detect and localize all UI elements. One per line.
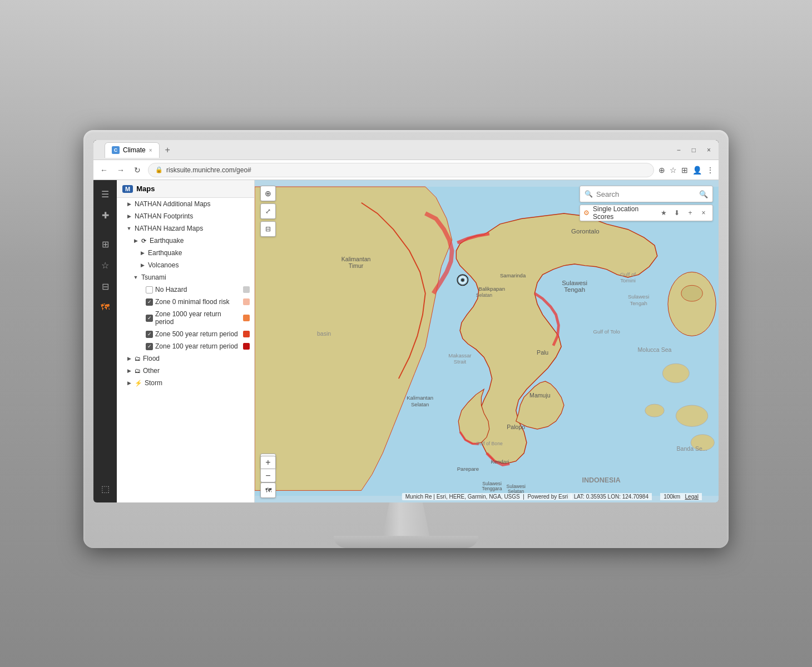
sidebar-item-storm[interactable]: ▶ ⚡ Storm	[117, 377, 254, 389]
tab-close-button[interactable]: ×	[149, 147, 152, 153]
sidebar-item-earthquake-group[interactable]: ▶ ⟳ Earthquake	[117, 235, 254, 247]
back-button[interactable]: ←	[98, 166, 110, 175]
sidebar-item-hazard-maps[interactable]: ▼ NATHAN Hazard Maps	[117, 222, 254, 235]
zoom-out-button[interactable]: −	[260, 469, 276, 482]
ls-add-button[interactable]: +	[685, 207, 696, 218]
svg-text:Tenggara: Tenggara	[482, 486, 502, 491]
svg-text:Makassar: Makassar	[448, 352, 472, 359]
menu-icon[interactable]: ⋮	[706, 166, 714, 175]
search-box[interactable]: 🔍 🔍	[580, 186, 713, 202]
sidebar-item-footprints[interactable]: ▶ NATHAN Footprints	[117, 210, 254, 222]
zone0-label: Zone 0 minimal flood risk	[155, 298, 241, 306]
sidebar-item-zone1000[interactable]: ✓ Zone 1000 year return period	[117, 308, 254, 328]
close-button[interactable]: ×	[704, 145, 714, 155]
additional-maps-label: NATHAN Additional Maps	[135, 200, 250, 208]
sidebar-item-tsunami[interactable]: ▼ Tsunami	[117, 271, 254, 283]
earthquake-label: Earthquake	[148, 249, 250, 257]
no-hazard-checkbox[interactable]	[146, 286, 153, 293]
tab-strip: C Climate × +	[105, 142, 674, 158]
collapse-arrow: ▶	[126, 201, 132, 207]
svg-text:Palopo: Palopo	[507, 424, 525, 430]
nav-icon-grid[interactable]: ⊟	[96, 277, 115, 296]
zone1000-color	[243, 315, 250, 321]
svg-text:Samarinda: Samarinda	[500, 272, 526, 278]
earthquake-icon: ⟳	[141, 237, 146, 245]
map-area[interactable]: Kalimantan Timur Kalimantan Selatan basi…	[255, 180, 719, 502]
sidebar-item-volcanoes[interactable]: ▶ Volcanoes	[117, 259, 254, 271]
map-icon: 🗺	[101, 302, 110, 312]
extent-button[interactable]: ⤢	[260, 203, 276, 219]
sidebar-item-earthquake[interactable]: ▶ Earthquake	[117, 247, 254, 259]
sidebar-header: M Maps	[117, 180, 254, 198]
collapse-arrow: ▼	[126, 226, 132, 231]
ls-download-button[interactable]: ⬇	[671, 207, 682, 218]
sidebar-item-zone0[interactable]: ✓ Zone 0 minimal flood risk	[117, 296, 254, 308]
zone0-checkbox[interactable]: ✓	[146, 298, 153, 306]
basemap-button[interactable]: 🗺	[260, 482, 276, 498]
app-layout: ☰ ✚ ⊞ ☆ ⊟	[93, 180, 719, 502]
new-tab-button[interactable]: +	[162, 144, 174, 156]
svg-text:Palu: Palu	[537, 349, 548, 356]
attribution-text: Munich Re | Esri, HERE, Garmin, NGA, USG…	[405, 494, 520, 500]
ls-star-button[interactable]: ★	[658, 207, 669, 218]
refresh-button[interactable]: ↻	[131, 166, 143, 175]
collapse-arrow: ▶	[126, 380, 132, 386]
sidebar-item-no-hazard[interactable]: No Hazard	[117, 283, 254, 296]
left-nav: ☰ ✚ ⊞ ☆ ⊟	[93, 180, 117, 502]
svg-text:Strait: Strait	[454, 359, 467, 365]
zone100-checkbox[interactable]: ✓	[146, 343, 153, 350]
location-scores-bar: ⚙ Single Location Scores ★ ⬇ + ×	[580, 205, 713, 221]
nav-icon-add[interactable]: ✚	[96, 206, 115, 225]
map-svg: Kalimantan Timur Kalimantan Selatan basi…	[255, 180, 719, 502]
zoom-in-button[interactable]: +	[260, 456, 276, 469]
svg-text:Sulawesi: Sulawesi	[628, 293, 649, 300]
maximize-button[interactable]: □	[689, 145, 699, 155]
locate-button[interactable]: ⊕	[260, 186, 276, 201]
collapse-arrow: ▶	[126, 213, 132, 219]
browser-tab[interactable]: C Climate ×	[105, 142, 160, 158]
svg-text:Gorontalo: Gorontalo	[571, 228, 600, 235]
ls-close-button[interactable]: ×	[698, 207, 709, 218]
nav-icon-map[interactable]: 🗺	[96, 298, 115, 317]
collapse-arrow: ▶	[139, 262, 146, 268]
zoom-in-icon: +	[265, 457, 270, 467]
svg-text:Sulawesi: Sulawesi	[562, 280, 587, 286]
search-submit-icon[interactable]: 🔍	[699, 190, 708, 198]
tab-title: Climate	[123, 146, 146, 154]
sidebar-item-zone500[interactable]: ✓ Zone 500 year return period	[117, 328, 254, 340]
apps-icon[interactable]: ⊞	[681, 166, 688, 175]
bookmark-icon[interactable]: ☆	[670, 166, 677, 175]
other-icon: 🗂	[135, 367, 141, 374]
search-panel: 🔍 🔍 ⚙ Single Location Scores ★ ⬇	[580, 186, 713, 221]
basemap-button-area: 🗺	[260, 482, 276, 498]
sidebar-item-other[interactable]: ▶ 🗂 Other	[117, 365, 254, 377]
layers-control-button[interactable]: ⊟	[260, 221, 276, 237]
sidebar-item-flood[interactable]: ▶ 🗂 Flood	[117, 352, 254, 365]
stand-neck	[373, 502, 439, 536]
scale-value: 100km	[664, 494, 680, 500]
svg-text:Gulf of Bone: Gulf of Bone	[476, 441, 503, 446]
translate-icon[interactable]: ⊕	[658, 166, 665, 175]
nav-icon-exit[interactable]: ⬚	[96, 479, 115, 498]
svg-point-3	[662, 364, 689, 383]
zone1000-checkbox[interactable]: ✓	[146, 315, 153, 322]
search-input[interactable]	[596, 190, 696, 198]
account-icon[interactable]: 👤	[692, 166, 702, 175]
zone500-checkbox[interactable]: ✓	[146, 331, 153, 338]
sidebar-item-zone100[interactable]: ✓ Zone 100 year return period	[117, 340, 254, 352]
locate-icon: ⊕	[265, 189, 271, 198]
nav-icon-layers[interactable]: ☰	[96, 185, 115, 203]
collapse-arrow: ▶	[132, 238, 139, 243]
legal-link[interactable]: Legal	[685, 494, 699, 500]
nav-icon-star[interactable]: ☆	[96, 256, 115, 275]
url-box[interactable]: 🔒 risksuite.munichre.com/geo#	[148, 163, 654, 177]
forward-button[interactable]: →	[115, 166, 127, 175]
address-bar-right: ⊕ ☆ ⊞ 👤 ⋮	[658, 166, 714, 175]
minimize-button[interactable]: −	[674, 145, 684, 155]
nav-icon-layers2[interactable]: ⊞	[96, 235, 115, 253]
sidebar-item-additional-maps[interactable]: ▶ NATHAN Additional Maps	[117, 198, 254, 210]
zone0-color	[243, 298, 250, 305]
svg-text:Tengah: Tengah	[630, 300, 647, 306]
collapse-arrow: ▶	[139, 250, 146, 256]
svg-text:Selatan: Selatan	[411, 401, 429, 407]
